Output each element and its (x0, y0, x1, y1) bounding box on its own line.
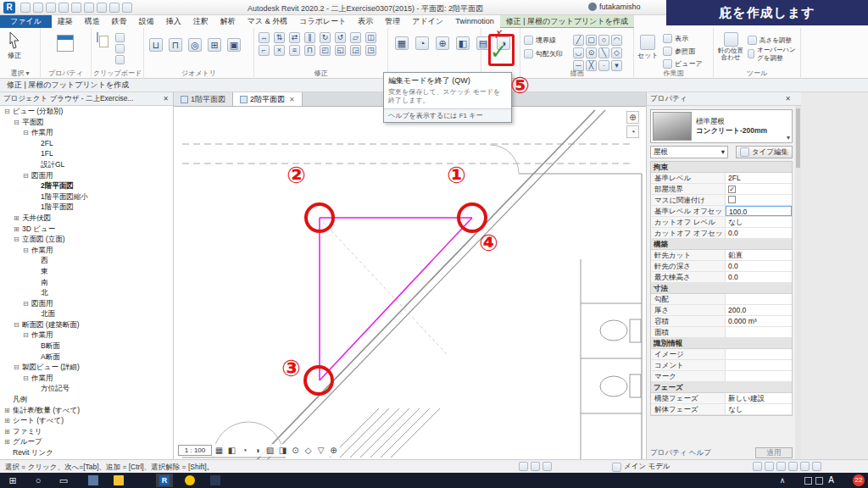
clipboard-tool-icon[interactable] (115, 33, 125, 42)
modify-tool-icon[interactable]: ↻ (320, 32, 331, 43)
view-control-icon[interactable]: ▧ (264, 445, 275, 456)
network-icon[interactable] (804, 477, 812, 485)
measure-tool-icon[interactable]: ◧ (456, 36, 470, 50)
draw-tool-icon[interactable]: ○ (598, 35, 609, 46)
property-value[interactable]: 0.0 (726, 228, 792, 238)
status-icon[interactable] (753, 462, 762, 471)
ime-indicator[interactable]: A (828, 475, 834, 485)
file-explorer-icon[interactable] (114, 475, 124, 485)
tree-item[interactable]: ⊟製図ビュー (詳細) (0, 362, 173, 373)
modify-tool-icon[interactable]: ∥ (304, 32, 315, 43)
measure-tool-icon[interactable]: ◔ (415, 36, 429, 50)
tree-item[interactable]: ⊟立面図 (立面) (0, 234, 173, 245)
property-value[interactable]: 新しい建設 (726, 393, 792, 403)
ribbon-tab[interactable]: 表示 (352, 15, 379, 28)
active-model-label[interactable]: メイン モデル (624, 462, 670, 472)
ref-plane-button[interactable]: 参照面 (663, 46, 703, 57)
app-icon-dark[interactable] (210, 475, 220, 485)
draw-tool-icon[interactable]: ◡ (573, 47, 584, 58)
tree-item[interactable]: ⊟ビュー (分類別) (0, 106, 173, 117)
ribbon-tab[interactable]: 鉄骨 (106, 15, 133, 28)
modify-tool-icon[interactable]: ⌐ (259, 45, 270, 56)
ribbon-tab[interactable]: 建築 (52, 15, 79, 28)
save-icon[interactable] (33, 3, 43, 13)
chevron-down-icon[interactable]: ▾ (787, 134, 790, 141)
tree-item[interactable]: 2階平面図 (0, 180, 173, 191)
collapse-icon[interactable]: ⊟ (14, 118, 22, 129)
properties-header[interactable]: プロパティ ✕ (647, 92, 801, 106)
align-eaves-button[interactable]: 軒の位置合わせ (715, 32, 746, 61)
ribbon-tab[interactable]: 管理 (379, 15, 406, 28)
ribbon-tab[interactable]: 注釈 (187, 15, 214, 28)
tree-item[interactable]: 東 (0, 266, 173, 277)
ribbon-tab[interactable]: 構造 (79, 15, 106, 28)
collapse-icon[interactable]: ⊟ (4, 107, 13, 118)
view-control-icon[interactable]: ◔ (239, 445, 250, 456)
expand-icon[interactable]: ⊞ (14, 214, 22, 225)
property-value[interactable] (726, 371, 792, 381)
ribbon-tab[interactable]: ファイル (0, 15, 52, 28)
geometry-tool-icon[interactable]: ◎ (188, 38, 202, 52)
ribbon-tab[interactable]: Twinmotion (449, 15, 500, 28)
collapse-icon[interactable]: ⊟ (14, 235, 22, 246)
tray-expand-icon[interactable]: ∧ (776, 474, 788, 486)
draw-tool-icon[interactable]: ╱ (573, 35, 584, 46)
view-tab-2f[interactable]: 2階平面図 ✕ (233, 92, 303, 106)
view-control-icon[interactable]: ◧ (226, 445, 237, 456)
geometry-tool-icon[interactable]: ⊓ (169, 38, 182, 52)
pan-zoom-icon[interactable]: ◔ (626, 125, 639, 138)
tree-item[interactable]: ⊞グループ (0, 436, 173, 447)
property-value[interactable] (726, 349, 792, 359)
show-workplane-button[interactable]: 表示 (663, 33, 703, 44)
tree-item[interactable]: ⊟平面図 (0, 117, 173, 128)
view-tab-1f[interactable]: 1階平面図 (174, 92, 233, 106)
tree-item[interactable]: 1階平面図縮小 (0, 191, 173, 202)
tree-item[interactable]: 設計GL (0, 159, 173, 170)
status-icon[interactable] (788, 462, 798, 471)
property-value[interactable]: ✓ (726, 184, 792, 194)
section-icon[interactable] (109, 3, 120, 13)
scale-button[interactable]: 1 : 100 (178, 445, 212, 456)
revit-logo-icon[interactable]: R (3, 2, 15, 14)
draw-tool-icon[interactable]: ◇ (611, 47, 622, 58)
view-control-icon[interactable]: ◑ (252, 445, 263, 456)
close-icon[interactable]: ✕ (289, 96, 295, 103)
property-value[interactable]: 0.000 m³ (726, 316, 792, 326)
modify-tool-icon[interactable]: ◲ (350, 45, 361, 56)
tree-item[interactable]: ⊟図面用 (0, 170, 173, 181)
status-icon[interactable] (800, 462, 810, 471)
clipboard-tool-icon[interactable] (115, 44, 125, 53)
modify-tool-icon[interactable]: ▱ (350, 32, 361, 43)
measure-tool-icon[interactable]: ▦ (395, 36, 409, 50)
modify-tool-icon[interactable]: ◳ (365, 45, 376, 56)
view-control-icon[interactable]: ⊕ (328, 445, 339, 456)
collapse-icon[interactable]: ⊟ (23, 171, 31, 182)
status-icon[interactable] (765, 462, 774, 471)
ribbon-tab[interactable]: 修正 | 屋根のフットプリントを作成 (500, 15, 634, 28)
property-value[interactable] (726, 327, 792, 337)
property-value[interactable]: 100.0 (726, 206, 792, 216)
ribbon-tab[interactable]: マス & 外構 (242, 15, 293, 28)
modify-tool-icon[interactable]: ◱ (335, 45, 346, 56)
checkbox-icon[interactable]: ✓ (728, 186, 736, 193)
collapse-icon[interactable]: ⊟ (23, 299, 31, 310)
tree-item[interactable]: 1階平面図 (0, 202, 173, 213)
properties-scrollbar[interactable] (795, 106, 801, 459)
tree-item[interactable]: ⊞ファミリ (0, 426, 173, 437)
clipboard-tool-icon[interactable] (115, 55, 125, 64)
ribbon-tab[interactable]: 解析 (214, 15, 242, 28)
notification-badge[interactable]: 22 (853, 474, 865, 486)
measure-icon[interactable] (97, 3, 107, 13)
modify-tool-icon[interactable]: × (274, 45, 285, 56)
status-icon[interactable] (519, 462, 528, 471)
tree-item[interactable]: B断面 (0, 341, 173, 352)
properties-button[interactable] (57, 35, 74, 52)
property-value[interactable] (726, 195, 792, 205)
sync-icon[interactable] (46, 3, 56, 13)
revit-taskbar-icon[interactable]: R (159, 475, 170, 485)
modify-tool-icon[interactable]: ↔ (259, 32, 270, 43)
modify-tool-icon[interactable]: ≡ (289, 45, 300, 56)
property-value[interactable]: なし (726, 217, 792, 227)
start-button[interactable]: ⊞ (7, 474, 19, 486)
close-icon[interactable]: ✕ (783, 94, 793, 103)
